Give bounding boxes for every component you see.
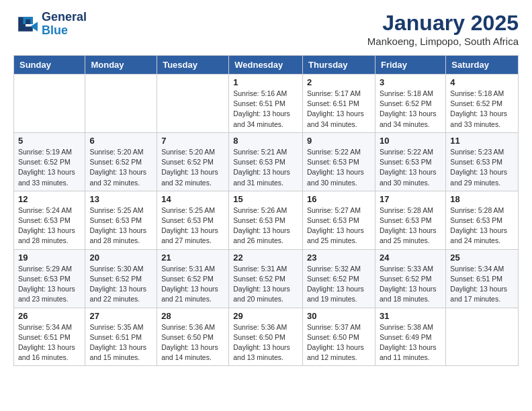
header-tuesday: Tuesday xyxy=(157,56,229,75)
day-number: 19 xyxy=(18,253,81,263)
calendar-cell: 30Sunrise: 5:37 AM Sunset: 6:50 PM Dayli… xyxy=(303,308,375,366)
day-info: Sunrise: 5:37 AM Sunset: 6:50 PM Dayligh… xyxy=(307,322,371,363)
calendar-cell: 21Sunrise: 5:31 AM Sunset: 6:52 PM Dayli… xyxy=(157,249,229,308)
calendar-cell: 15Sunrise: 5:26 AM Sunset: 6:53 PM Dayli… xyxy=(229,191,303,249)
logo-line1: General xyxy=(42,11,87,24)
day-info: Sunrise: 5:36 AM Sunset: 6:50 PM Dayligh… xyxy=(233,322,298,363)
header-sunday: Sunday xyxy=(14,56,85,75)
calendar-week-1: 1Sunrise: 5:16 AM Sunset: 6:51 PM Daylig… xyxy=(14,75,519,133)
day-info: Sunrise: 5:33 AM Sunset: 6:52 PM Dayligh… xyxy=(380,264,441,305)
day-number: 15 xyxy=(233,194,298,204)
day-number: 10 xyxy=(380,136,441,146)
day-number: 16 xyxy=(307,194,371,204)
day-info: Sunrise: 5:35 AM Sunset: 6:51 PM Dayligh… xyxy=(89,322,152,363)
calendar-week-4: 19Sunrise: 5:29 AM Sunset: 6:53 PM Dayli… xyxy=(14,249,519,308)
day-number: 4 xyxy=(450,77,514,87)
calendar-week-3: 12Sunrise: 5:24 AM Sunset: 6:53 PM Dayli… xyxy=(14,191,519,249)
calendar-cell xyxy=(14,75,85,133)
title-block: January 2025 Mankoeng, Limpopo, South Af… xyxy=(367,11,519,47)
day-number: 8 xyxy=(233,136,298,146)
main-title: January 2025 xyxy=(367,11,519,36)
header-monday: Monday xyxy=(85,56,157,75)
day-number: 1 xyxy=(233,77,298,87)
day-number: 17 xyxy=(380,194,441,204)
day-info: Sunrise: 5:28 AM Sunset: 6:53 PM Dayligh… xyxy=(380,205,441,246)
day-info: Sunrise: 5:25 AM Sunset: 6:53 PM Dayligh… xyxy=(89,205,152,246)
calendar-cell: 1Sunrise: 5:16 AM Sunset: 6:51 PM Daylig… xyxy=(229,75,303,133)
day-number: 22 xyxy=(233,253,298,263)
day-info: Sunrise: 5:16 AM Sunset: 6:51 PM Dayligh… xyxy=(233,89,298,130)
day-number: 9 xyxy=(307,136,371,146)
day-info: Sunrise: 5:28 AM Sunset: 6:53 PM Dayligh… xyxy=(450,205,514,246)
page: General Blue January 2025 Mankoeng, Limp… xyxy=(0,0,532,377)
logo-text: General Blue xyxy=(42,11,87,38)
day-number: 28 xyxy=(161,311,224,321)
day-number: 25 xyxy=(450,253,514,263)
day-number: 2 xyxy=(307,77,371,87)
logo: General Blue xyxy=(13,11,87,38)
day-info: Sunrise: 5:20 AM Sunset: 6:52 PM Dayligh… xyxy=(161,147,224,188)
day-info: Sunrise: 5:31 AM Sunset: 6:52 PM Dayligh… xyxy=(233,264,298,305)
day-number: 14 xyxy=(161,194,224,204)
subtitle: Mankoeng, Limpopo, South Africa xyxy=(367,36,519,47)
calendar: SundayMondayTuesdayWednesdayThursdayFrid… xyxy=(13,55,519,366)
calendar-cell: 17Sunrise: 5:28 AM Sunset: 6:53 PM Dayli… xyxy=(375,191,445,249)
calendar-header-row: SundayMondayTuesdayWednesdayThursdayFrid… xyxy=(14,56,519,75)
day-info: Sunrise: 5:21 AM Sunset: 6:53 PM Dayligh… xyxy=(233,147,298,188)
day-number: 18 xyxy=(450,194,514,204)
calendar-cell: 9Sunrise: 5:22 AM Sunset: 6:53 PM Daylig… xyxy=(303,132,375,191)
day-info: Sunrise: 5:31 AM Sunset: 6:52 PM Dayligh… xyxy=(161,264,224,305)
calendar-cell: 19Sunrise: 5:29 AM Sunset: 6:53 PM Dayli… xyxy=(14,249,85,308)
day-number: 24 xyxy=(380,253,441,263)
calendar-cell: 31Sunrise: 5:38 AM Sunset: 6:49 PM Dayli… xyxy=(375,308,445,366)
day-info: Sunrise: 5:17 AM Sunset: 6:51 PM Dayligh… xyxy=(307,89,371,130)
day-number: 12 xyxy=(18,194,81,204)
day-number: 5 xyxy=(18,136,81,146)
header: General Blue January 2025 Mankoeng, Limp… xyxy=(13,11,519,47)
day-number: 6 xyxy=(89,136,152,146)
day-number: 3 xyxy=(380,77,441,87)
calendar-cell: 5Sunrise: 5:19 AM Sunset: 6:52 PM Daylig… xyxy=(14,132,85,191)
header-thursday: Thursday xyxy=(303,56,375,75)
calendar-cell xyxy=(85,75,157,133)
day-info: Sunrise: 5:34 AM Sunset: 6:51 PM Dayligh… xyxy=(450,264,514,305)
day-number: 21 xyxy=(161,253,224,263)
day-info: Sunrise: 5:22 AM Sunset: 6:53 PM Dayligh… xyxy=(307,147,371,188)
day-number: 11 xyxy=(450,136,514,146)
calendar-cell: 24Sunrise: 5:33 AM Sunset: 6:52 PM Dayli… xyxy=(375,249,445,308)
calendar-cell: 22Sunrise: 5:31 AM Sunset: 6:52 PM Dayli… xyxy=(229,249,303,308)
calendar-cell: 25Sunrise: 5:34 AM Sunset: 6:51 PM Dayli… xyxy=(446,249,519,308)
calendar-cell: 27Sunrise: 5:35 AM Sunset: 6:51 PM Dayli… xyxy=(85,308,157,366)
calendar-cell: 3Sunrise: 5:18 AM Sunset: 6:52 PM Daylig… xyxy=(375,75,445,133)
calendar-week-5: 26Sunrise: 5:34 AM Sunset: 6:51 PM Dayli… xyxy=(14,308,519,366)
day-info: Sunrise: 5:27 AM Sunset: 6:53 PM Dayligh… xyxy=(307,205,371,246)
day-info: Sunrise: 5:30 AM Sunset: 6:52 PM Dayligh… xyxy=(89,264,152,305)
day-number: 31 xyxy=(380,311,441,321)
calendar-cell: 4Sunrise: 5:18 AM Sunset: 6:52 PM Daylig… xyxy=(446,75,519,133)
logo-line2: Blue xyxy=(42,24,87,38)
day-info: Sunrise: 5:18 AM Sunset: 6:52 PM Dayligh… xyxy=(450,89,514,130)
calendar-cell: 11Sunrise: 5:23 AM Sunset: 6:53 PM Dayli… xyxy=(446,132,519,191)
calendar-cell: 2Sunrise: 5:17 AM Sunset: 6:51 PM Daylig… xyxy=(303,75,375,133)
calendar-cell xyxy=(446,308,519,366)
logo-icon xyxy=(13,12,38,36)
day-number: 26 xyxy=(18,311,81,321)
day-number: 20 xyxy=(89,253,152,263)
day-info: Sunrise: 5:26 AM Sunset: 6:53 PM Dayligh… xyxy=(233,205,298,246)
calendar-cell: 12Sunrise: 5:24 AM Sunset: 6:53 PM Dayli… xyxy=(14,191,85,249)
day-info: Sunrise: 5:20 AM Sunset: 6:52 PM Dayligh… xyxy=(89,147,152,188)
day-info: Sunrise: 5:29 AM Sunset: 6:53 PM Dayligh… xyxy=(18,264,81,305)
calendar-cell: 7Sunrise: 5:20 AM Sunset: 6:52 PM Daylig… xyxy=(157,132,229,191)
calendar-week-2: 5Sunrise: 5:19 AM Sunset: 6:52 PM Daylig… xyxy=(14,132,519,191)
calendar-cell xyxy=(157,75,229,133)
day-info: Sunrise: 5:23 AM Sunset: 6:53 PM Dayligh… xyxy=(450,147,514,188)
day-info: Sunrise: 5:24 AM Sunset: 6:53 PM Dayligh… xyxy=(18,205,81,246)
calendar-cell: 18Sunrise: 5:28 AM Sunset: 6:53 PM Dayli… xyxy=(446,191,519,249)
day-number: 23 xyxy=(307,253,371,263)
calendar-cell: 23Sunrise: 5:32 AM Sunset: 6:52 PM Dayli… xyxy=(303,249,375,308)
day-info: Sunrise: 5:25 AM Sunset: 6:53 PM Dayligh… xyxy=(161,205,224,246)
header-saturday: Saturday xyxy=(446,56,519,75)
day-number: 27 xyxy=(89,311,152,321)
day-number: 13 xyxy=(89,194,152,204)
day-info: Sunrise: 5:19 AM Sunset: 6:52 PM Dayligh… xyxy=(18,147,81,188)
